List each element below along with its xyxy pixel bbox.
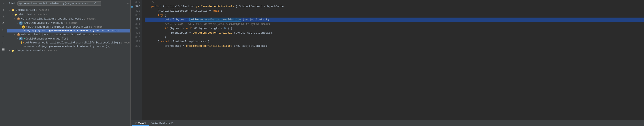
method-icon-getnull: m [21,41,22,44]
code-line-393: byte[] bytes = getRememberedSerializedId… [145,18,644,22]
code-line-399: principals = onRememberedPrincipalFailur… [145,44,644,48]
left-toolbar: ↺ ↑ ↓ ⚙ ◎ ⇄ ✕ ☰ [0,0,7,126]
code-line-396: principals = convertBytesToPrincipals (b… [145,31,644,35]
find-panel: Find getRememberedSerializedIdentity(Sub… [7,0,130,126]
up-icon[interactable]: ↑ [1,7,6,12]
tab-call-hierarchy[interactable]: Call Hierarchy [149,121,176,126]
tree-item-pkg-web[interactable]: 📦 web.src.test.java.org.apache.shiro.web… [7,32,130,37]
code-line-392: try { [145,13,644,18]
method-getnull-label: getRememberedSerializedIdentityReturnsNu… [25,41,120,44]
code-line-390: public PrincipalCollection getRemembered… [145,4,644,9]
line-num-390: ⊙ 390 [130,4,142,9]
code-line-394: //SHIRO-138 - only call convertBytesToPr… [145,22,644,26]
code-content: */ public PrincipalCollection getRemembe… [142,0,644,120]
tree-item-shirotest[interactable]: 📁 shiroTest 2 results [7,12,130,17]
shirotest-label: shiroTest [18,13,33,16]
pkg-web-label: web.src.test.java.org.apache.shiro.web.m… [21,33,88,36]
line-num-391: 391 [130,9,142,13]
pkg-web-count: 1 result [89,33,100,36]
line-num-108: 108 [22,45,26,48]
tree-item-line-108[interactable]: 108 assertNull(mgr.getRememberedSerializ… [7,45,130,48]
refresh-icon[interactable]: ↺ [1,1,6,6]
find-tab[interactable]: getRememberedSerializedIdentity(SubjectC… [18,1,101,6]
arrow-pkg-web [14,33,17,36]
tree-item-pkg-core[interactable]: 📦 core.src.main.java.org.apache.shiro.mg… [7,17,130,21]
close-icon[interactable]: ✕ [1,40,6,45]
code-preview-108: assertNull(mgr.getRememberedSerializedId… [27,45,110,48]
code-preview-393: byte[] bytes = getRememberedSerializedId… [27,29,119,32]
find-label: Find [9,2,15,5]
class-icon-cookie: C [20,37,22,40]
line-num-396: 396 [130,31,142,35]
line-num-398: 398 [130,40,142,44]
line-num-389: 389 [130,0,142,4]
gutter-icon-390: ⊙ [131,5,133,9]
arrow-usage-comments [9,49,12,52]
pkg-core-label: core.src.main.java.org.apache.shiro.mgt [21,17,83,20]
folder-icon-unclassified: 📁 [12,8,15,12]
tree-item-method-getnull[interactable]: m ● getRememberedSerializedIdentityRetur… [7,41,130,45]
line-num-393: 393 [130,18,142,22]
class-abstract-count: 1 result [66,22,78,24]
code-line-398: } catch (RuntimeException re) { [145,40,644,44]
arrow-class-abstract [17,22,20,24]
method-icon-getremembered: m [22,25,25,29]
tree-item-line-393[interactable]: 393 byte[] bytes = getRememberedSerializ… [7,29,130,32]
method-getremembered-label: getRememberedPrincipals(SubjectContext) [28,25,90,29]
unclassified-label: Unclassified [16,8,35,12]
code-line-389: */ [145,0,644,4]
code-editor: 389 ⊙ 390 391 392 393 394 395 396 397 39… [130,0,644,126]
line-num-397: 397 [130,35,142,40]
usage-comments-count: 3 results [44,49,57,52]
pkg-icon-web: 📦 [17,33,20,36]
tree-item-unclassified[interactable]: 📁 Unclassified 2 results [7,8,130,12]
tree-item-class-cookie[interactable]: C ● CookieRememberMeManagerTest [7,37,130,41]
tab-preview[interactable]: Preview [132,121,149,126]
line-num-392: 392 [130,13,142,18]
code-area: 389 ⊙ 390 391 392 393 394 395 396 397 39… [130,0,644,120]
line-num-399: 399 [130,44,142,48]
swap-icon[interactable]: ⇄ [1,34,6,39]
results-tree: 📁 Unclassified 2 results 📁 shiroTest 2 r… [7,7,130,126]
arrow-class-cookie [17,38,20,40]
find-tab-text: getRememberedSerializedIdentity(SubjectC… [20,2,101,5]
code-line-391: PrincipalCollection principals = null ; [145,9,644,13]
arrow-method-getremembered [20,26,22,28]
settings-icon[interactable]: ⚙ [1,21,6,25]
class-cookie-label: CookieRememberMeManagerTest [25,37,68,40]
down-icon[interactable]: ↓ [1,14,6,19]
folder-icon-shirotest: 📁 [14,13,18,16]
unclassified-count: 2 results [36,9,49,11]
pkg-icon-core: 📦 [17,17,20,21]
arrow-pkg-core [14,18,17,20]
bottom-tabs: Preview Call Hierarchy [130,120,644,126]
arrow-unclassified [9,9,12,11]
line-numbers: 389 ⊙ 390 391 392 393 394 395 396 397 39… [130,0,142,120]
shirotest-count: 2 results [34,13,47,16]
line-num-393: 393 [22,29,26,32]
folder-icon-comments: 📁 [12,49,15,52]
class-icon-abstract: C [20,21,22,25]
find-panel-menu-icon[interactable]: ≡ [127,2,128,5]
arrow-shirotest [12,13,14,16]
code-lines-container: 389 ⊙ 390 391 392 393 394 395 396 397 39… [130,0,644,120]
pkg-core-count: 1 result [84,18,96,20]
line-num-394: 394 [130,22,142,26]
access-icon-getnull: ● [23,41,24,44]
line-num-395: 395 [130,26,142,31]
access-icon-method: ● [26,25,28,29]
method-getnull-count: 1 result [121,42,130,44]
class-abstract-label: AbstractRememberMeManager [25,21,65,25]
code-line-395: if (bytes != null && bytes.length > 0 ) … [145,26,644,31]
code-line-397: } [145,35,644,40]
method-getremembered-count: 1 result [91,26,102,28]
tree-item-method-getremembered[interactable]: m ● getRememberedPrincipals(SubjectConte… [7,25,130,29]
access-icon-abstract: ● [24,21,25,25]
access-icon-cookie: ● [24,37,25,40]
preview-icon[interactable]: ◎ [1,27,6,32]
usage-comments-label: Usage in comments [16,49,43,52]
tree-item-class-abstract[interactable]: C ● AbstractRememberMeManager 1 result [7,21,130,25]
menu-icon[interactable]: ☰ [1,47,6,52]
tree-item-usage-comments[interactable]: 📁 Usage in comments 3 results [7,48,130,53]
find-header: Find getRememberedSerializedIdentity(Sub… [7,0,130,7]
